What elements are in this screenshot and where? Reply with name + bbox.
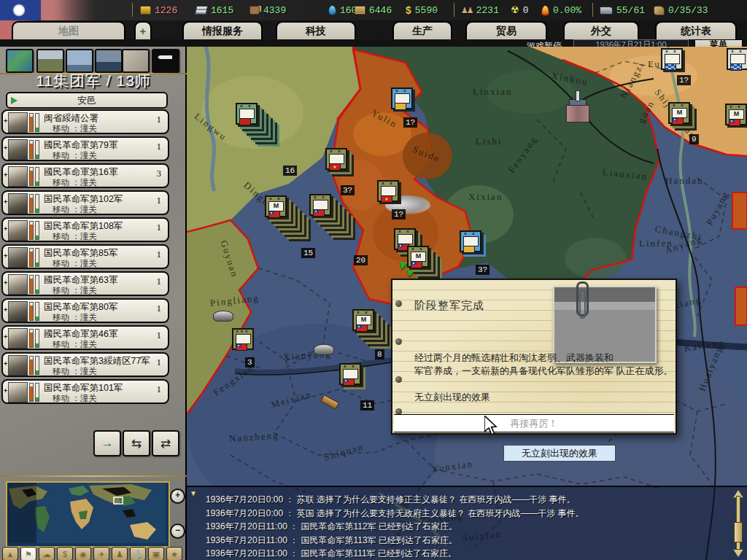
unit-counter[interactable]: x x (727, 48, 747, 70)
economy-mapmode-button[interactable]: $ (57, 547, 73, 560)
victory-mapmode-button[interactable]: ★ (166, 547, 182, 560)
tab-intelligence[interactable]: 情报服务 (182, 21, 263, 39)
naval-mapmode-button[interactable]: ⚓ (130, 547, 146, 560)
scroll-thumb[interactable] (734, 522, 743, 542)
unit-counter[interactable]: x x★ (377, 180, 399, 202)
resource-manpower: ♟♟2231 (461, 4, 499, 17)
political-mapmode-button[interactable]: ⚑ (20, 547, 36, 560)
naval-units-button[interactable] (95, 49, 123, 73)
expand-icon[interactable]: + (4, 252, 7, 260)
unit-symbol-inf (463, 236, 479, 246)
unit-counter[interactable]: x x (460, 230, 481, 252)
tab-statistics[interactable]: 统计表 (655, 21, 737, 39)
unit-counter[interactable]: x x (309, 194, 331, 216)
tab-diplomacy[interactable]: 外交 (563, 21, 639, 39)
expand-icon[interactable]: + (4, 387, 7, 394)
unit-status: 移动 ：潼关 (53, 258, 97, 269)
unit-row[interactable]: +国民革命军第102军移动 ：潼关1 (1, 190, 169, 215)
map-mode-button[interactable] (6, 49, 34, 73)
unit-row[interactable]: +國民革命軍第16軍移动 ：潼关3 (1, 163, 169, 188)
unit-counter[interactable]: x xM (725, 104, 747, 125)
expand-icon[interactable]: + (4, 306, 7, 314)
unit-row[interactable]: +国民革命军第85军移动 ：潼关1 (1, 244, 169, 269)
unit-counter[interactable]: x xM (407, 246, 429, 268)
nuclear-value: 0 (523, 5, 529, 16)
log-entry: 1936年7月20日11:00 ： 国民革命军第112军 已经到达了石家庄。 (206, 520, 584, 534)
organization-bar (35, 221, 39, 240)
event-ok-button[interactable]: 再接再厉！ (394, 414, 674, 432)
flag-roc-icon (672, 117, 684, 125)
unit-row[interactable]: +国民革命军第108军移动 ：潼关1 (1, 217, 169, 242)
unit-counter[interactable]: x x★ (325, 148, 347, 170)
unit-count: 1 (157, 141, 162, 152)
unit-row[interactable]: +闽省綏靖公署移动 ：潼关1 (1, 109, 169, 134)
region-orange-east-2[interactable] (735, 287, 747, 325)
unit-counter[interactable]: xxx (232, 328, 254, 350)
unit-row[interactable]: +國民革命軍第46軍移动 ：潼关1 (1, 325, 169, 350)
expand-icon[interactable]: + (4, 360, 7, 368)
supply-mapmode-button[interactable]: ▣ (148, 547, 164, 560)
expand-icon[interactable]: + (4, 333, 7, 341)
flag-sun (315, 211, 317, 212)
expand-icon[interactable]: + (4, 117, 7, 125)
pan-mode-tab[interactable]: + (134, 21, 152, 39)
unit-row[interactable]: +国民革命军第80军移动 ：潼关1 (1, 298, 169, 323)
merge-units-button[interactable]: ⇆ (123, 430, 150, 456)
unit-counter[interactable]: x xM (265, 195, 287, 217)
organization-bar (35, 167, 39, 186)
scroll-down-icon[interactable] (733, 549, 743, 557)
unit-row[interactable]: +国民革命军第101军移动 ：潼关1 (1, 379, 169, 404)
dissent-icon (541, 5, 549, 16)
log-collapse-toggle[interactable]: ▼ (190, 489, 197, 497)
unit-symbol-inf (239, 109, 255, 119)
tab-map[interactable]: 地图 (12, 21, 125, 39)
unit-status: 移动 ：潼关 (53, 177, 97, 188)
unit-counter[interactable]: x xM (352, 309, 374, 331)
terrain-mapmode-button[interactable]: ▲ (2, 547, 18, 560)
resource-dissent: 0.00% (541, 4, 581, 17)
air-mapmode-button[interactable]: ✈ (93, 547, 109, 560)
land-units-button[interactable] (36, 49, 64, 73)
move-order-button[interactable]: → (93, 430, 121, 456)
expand-icon[interactable]: + (4, 279, 7, 287)
dissent-value: 0.00% (553, 5, 581, 16)
tab-trade[interactable]: 贸易 (465, 21, 547, 39)
minimap[interactable] (6, 481, 170, 548)
tab-trade-label: 贸易 (496, 25, 516, 38)
army-mapmode-button[interactable]: ♟ (112, 547, 128, 560)
unit-symbol-inf (395, 93, 410, 104)
expand-icon[interactable]: + (4, 171, 7, 179)
selected-army-title: 11集团军 / 13师 (0, 71, 187, 91)
energy-value: 1226 (155, 5, 177, 16)
paperclip-icon (576, 281, 589, 316)
organization-bar (35, 329, 39, 348)
divisions-button[interactable] (122, 49, 150, 73)
minimap-zoom-out-button[interactable]: − (170, 524, 185, 539)
unit-row[interactable]: +國民革命軍第79軍移动 ：潼关1 (1, 136, 169, 161)
weather-mapmode-button[interactable]: ☁ (39, 547, 55, 560)
minimap-zoom-in-button[interactable]: + (170, 489, 185, 504)
log-scrollbar[interactable] (732, 490, 743, 557)
expand-icon[interactable]: + (4, 198, 7, 206)
log-message: 国民革命军第112军 已经到达了石家庄。 (301, 521, 457, 532)
unit-row[interactable]: +国民革命军第3綏靖区77军移动 ：潼关1 (1, 352, 169, 377)
amphibious-button[interactable] (152, 49, 179, 73)
region-orange-east-1[interactable] (732, 192, 747, 229)
tab-technology[interactable]: 科技 (276, 21, 356, 39)
expand-icon[interactable]: + (4, 225, 7, 233)
reorganize-units-button[interactable]: ⇄ (152, 430, 179, 456)
province-selector[interactable]: 安邑 (6, 92, 168, 109)
unit-row[interactable]: +國民革命軍第63軍移动 ：潼关1 (1, 271, 169, 296)
unit-counter[interactable]: x x (236, 103, 258, 125)
commander-portrait (8, 247, 28, 268)
unit-counter[interactable]: x x (661, 48, 683, 70)
unit-counter[interactable]: x x (339, 363, 361, 385)
unit-counter[interactable]: x xM (668, 102, 690, 124)
unit-counter[interactable]: x x (391, 88, 413, 109)
strength-bar (29, 302, 34, 321)
air-units-button[interactable] (66, 49, 93, 73)
expand-icon[interactable]: + (4, 144, 7, 152)
divider (454, 3, 454, 17)
tab-production[interactable]: 生产 (392, 21, 452, 39)
resources-mapmode-button[interactable]: ◉ (75, 547, 91, 560)
